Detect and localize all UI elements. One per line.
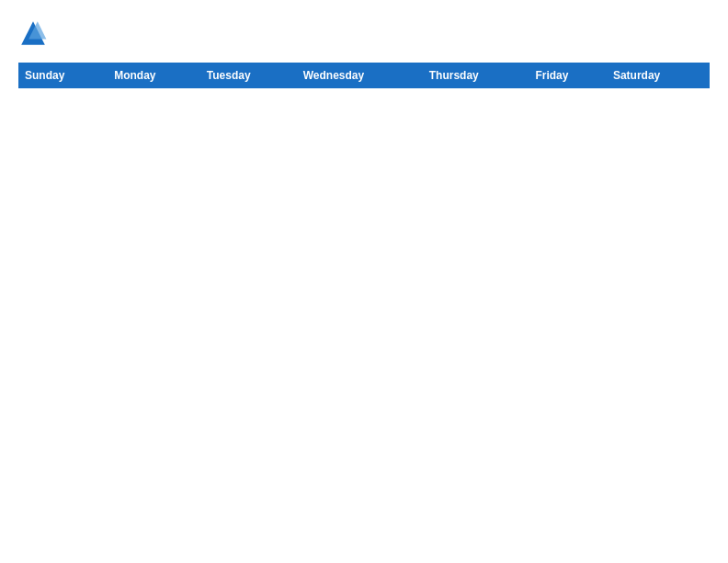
weekday-header: Tuesday	[200, 63, 297, 88]
weekday-header: Sunday	[19, 63, 108, 88]
page-header	[18, 18, 710, 48]
weekday-header: Thursday	[423, 63, 529, 88]
logo	[18, 18, 51, 48]
weekday-header: Wednesday	[297, 63, 423, 88]
weekday-header: Saturday	[607, 63, 709, 88]
weekday-header: Monday	[108, 63, 201, 88]
calendar-table: SundayMondayTuesdayWednesdayThursdayFrid…	[18, 63, 710, 88]
weekday-header: Friday	[529, 63, 608, 88]
logo-icon	[18, 18, 48, 48]
calendar-header-row: SundayMondayTuesdayWednesdayThursdayFrid…	[19, 63, 710, 88]
